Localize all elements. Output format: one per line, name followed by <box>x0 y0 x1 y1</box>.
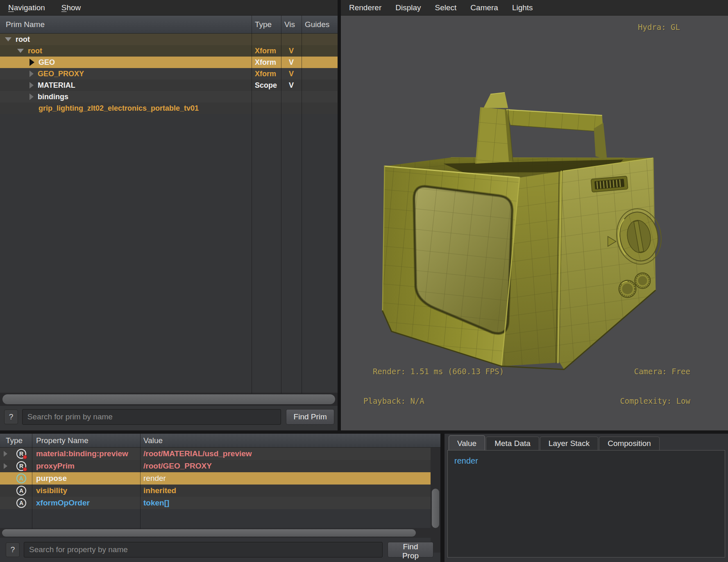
hud-camera-stats: Camera: Free Complexity: Low <box>620 347 690 425</box>
tree-row-geo-proxy[interactable]: GEO_PROXY Xform V <box>0 68 338 80</box>
attribute-icon: A <box>16 498 26 508</box>
tree-row-material[interactable]: MATERIAL Scope V <box>0 80 338 91</box>
value-inspector-panel: Value Meta Data Layer Stack Composition … <box>445 434 728 562</box>
hud-render-stats: Render: 1.51 ms (660.13 FPS) Playback: N… <box>363 347 504 425</box>
menu-lights[interactable]: Lights <box>512 3 533 12</box>
find-prop-button[interactable]: Find Prop <box>388 542 433 557</box>
viewport-panel: Renderer Display Select Camera Lights <box>341 0 728 430</box>
viewport-menubar: Renderer Display Select Camera Lights <box>341 0 728 16</box>
tree-row-geo-selected[interactable]: GEO Xform V <box>0 57 338 68</box>
tree-row-root-child[interactable]: root Xform V <box>0 45 338 57</box>
property-vscrollbar[interactable] <box>431 448 440 553</box>
property-row-visibility[interactable]: A visibility inherited <box>0 485 431 497</box>
panel-splitter-vertical[interactable] <box>338 0 341 430</box>
expand-arrow-icon[interactable] <box>4 451 7 457</box>
prim-browser-panel: Navigation Show Prim Name Type Vis Guide… <box>0 0 338 430</box>
tv-handle <box>475 93 607 164</box>
menu-navigation[interactable]: Navigation <box>8 3 45 12</box>
tree-row-bindings[interactable]: bindings <box>0 91 338 102</box>
menu-show[interactable]: Show <box>61 3 81 12</box>
menu-select[interactable]: Select <box>435 3 457 12</box>
custom-badge-icon <box>23 455 27 459</box>
column-divider <box>302 16 302 394</box>
property-row-purpose-selected[interactable]: A purpose render <box>0 472 431 485</box>
scrollbar-thumb[interactable] <box>432 489 439 528</box>
expand-arrow-icon[interactable] <box>5 37 11 41</box>
prim-menubar: Navigation Show <box>0 0 338 16</box>
tab-composition[interactable]: Composition <box>599 437 660 451</box>
tv-speaker-grille <box>591 176 628 192</box>
scrollbar-thumb[interactable] <box>2 529 416 537</box>
menu-renderer[interactable]: Renderer <box>349 3 381 12</box>
column-type: Type <box>252 20 281 29</box>
attribute-icon: A <box>16 486 26 496</box>
custom-badge-icon <box>23 467 27 471</box>
column-divider <box>252 16 252 394</box>
column-prop-name: Property Name <box>32 436 140 445</box>
column-guides: Guides <box>302 20 338 29</box>
column-divider <box>281 16 281 394</box>
value-content: render <box>447 450 725 557</box>
property-row-xformoporder[interactable]: A xformOpOrder token[] <box>0 497 431 509</box>
property-panel: Type Property Name Value R material:bind… <box>0 434 440 562</box>
property-table: R material:binding:preview /root/MATERIA… <box>0 448 431 509</box>
scrollbar-thumb[interactable] <box>2 394 335 404</box>
column-prop-type: Type <box>0 436 32 445</box>
hud-renderer-label: Hydra: GL <box>638 22 680 32</box>
property-table-header: Type Property Name Value <box>0 434 440 448</box>
prim-tree-header: Prim Name Type Vis Guides <box>0 16 338 34</box>
expand-arrow-icon[interactable] <box>29 93 34 100</box>
relationship-icon: R <box>16 449 26 459</box>
tree-row-grip-lighting[interactable]: grip_lighting_zlt02_electronics_portable… <box>0 102 338 114</box>
prim-tree-hscrollbar[interactable] <box>0 393 338 406</box>
find-prim-button[interactable]: Find Prim <box>286 409 334 425</box>
column-vis: Vis <box>281 20 302 29</box>
panel-splitter-vertical[interactable] <box>440 434 445 562</box>
prim-search-help-button[interactable]: ? <box>4 410 18 424</box>
prim-search-input[interactable] <box>22 409 281 425</box>
value-tabbar: Value Meta Data Layer Stack Composition <box>449 435 660 451</box>
tab-layer-stack[interactable]: Layer Stack <box>540 437 598 451</box>
prim-tree: root root Xform V GEO Xform V GEO_PROXY … <box>0 34 338 393</box>
column-divider <box>140 434 141 529</box>
property-row-proxyprim[interactable]: R proxyPrim /root/GEO_PROXY <box>0 460 431 472</box>
column-prop-value: Value <box>140 436 440 445</box>
column-divider <box>32 434 32 529</box>
column-prim-name: Prim Name <box>0 20 252 29</box>
tab-value[interactable]: Value <box>449 435 485 451</box>
expand-arrow-icon[interactable] <box>29 71 34 77</box>
expand-arrow-icon[interactable] <box>4 463 7 469</box>
property-hscrollbar[interactable] <box>0 528 431 538</box>
gl-viewport[interactable]: Hydra: GL Render: 1.51 ms (660.13 FPS) P… <box>341 16 728 430</box>
expand-arrow-icon[interactable] <box>29 82 34 89</box>
menu-display[interactable]: Display <box>395 3 421 12</box>
attribute-icon: A <box>16 473 26 483</box>
tab-meta-data[interactable]: Meta Data <box>486 437 539 451</box>
property-search-input[interactable] <box>24 542 383 557</box>
expand-arrow-icon[interactable] <box>17 49 24 53</box>
relationship-icon: R <box>16 461 26 471</box>
menu-camera[interactable]: Camera <box>470 3 498 12</box>
property-search-help-button[interactable]: ? <box>6 542 20 557</box>
expand-arrow-icon[interactable] <box>29 59 34 66</box>
property-row-material-binding[interactable]: R material:binding:preview /root/MATERIA… <box>0 448 431 460</box>
tree-row-root[interactable]: root <box>0 34 338 45</box>
